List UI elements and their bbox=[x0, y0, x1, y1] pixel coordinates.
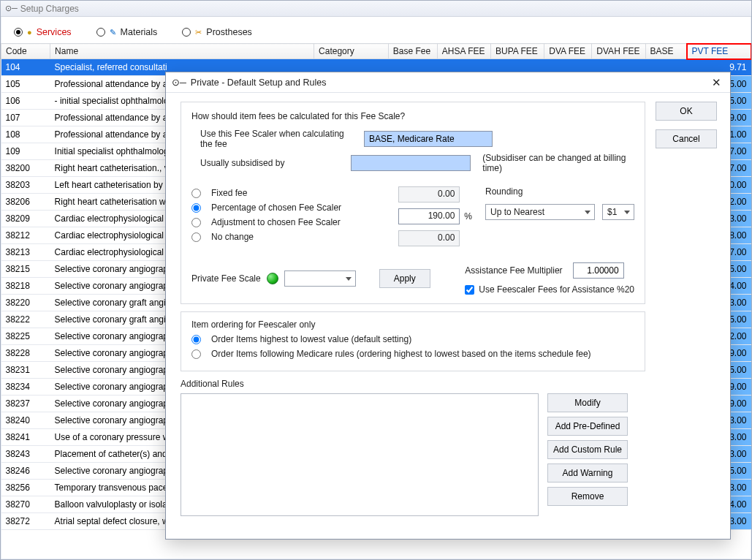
radio-percentage[interactable] bbox=[191, 203, 201, 213]
percentage-label: Percentage of chosen Fee Scaler bbox=[211, 203, 341, 213]
order-highest-label: Order Items highest to lowest value (def… bbox=[211, 334, 411, 344]
info-icon[interactable] bbox=[267, 273, 278, 284]
tab-services[interactable]: ● Services bbox=[14, 27, 72, 37]
radio-order-highest[interactable] bbox=[191, 335, 201, 344]
subsidised-note: (Subsidiser can be changed at billing ti… bbox=[482, 153, 634, 173]
rounding-mode-select[interactable]: Up to Nearest bbox=[485, 204, 595, 220]
tab-materials[interactable]: ✎ Materials bbox=[96, 27, 158, 37]
fee-calc-prompt: How should item fees be calculated for t… bbox=[191, 111, 634, 121]
use-feescaler-checkbox[interactable] bbox=[465, 285, 474, 295]
add-warning-button[interactable]: Add Warning bbox=[547, 463, 628, 483]
col-dva-fee[interactable]: DVA FEE bbox=[544, 44, 592, 59]
ordering-title: Item ordering for Feescaler only bbox=[191, 319, 634, 330]
close-icon[interactable]: ✕ bbox=[709, 76, 724, 89]
private-fee-scale-label: Private Fee Scale bbox=[191, 273, 261, 284]
rounding-step-select[interactable]: $1 bbox=[602, 204, 634, 220]
col-base[interactable]: BASE bbox=[645, 44, 687, 59]
dialog-titlebar[interactable]: ⊙─ Private - Default Setup and Rules ✕ bbox=[166, 72, 730, 93]
adjustment-value: 0.00 bbox=[398, 230, 460, 246]
percentage-value[interactable]: 190.00 bbox=[398, 208, 460, 224]
key-icon: ⊙─ bbox=[5, 4, 18, 13]
no-change-label: No change bbox=[211, 232, 254, 242]
type-tabs: ● Services ✎ Materials ✂ Prostheses bbox=[1, 17, 751, 43]
fee-calc-section: How should item fees be calculated for t… bbox=[181, 102, 645, 304]
use-feescaler-label: Use Feescaler Fees for Assistance %20 bbox=[479, 284, 634, 295]
fixed-fee-label: Fixed fee bbox=[211, 188, 247, 198]
key-icon: ⊙─ bbox=[172, 77, 186, 88]
prostheses-icon: ✂ bbox=[195, 28, 202, 37]
tab-services-label: Services bbox=[37, 27, 72, 37]
rounding-label: Rounding bbox=[485, 186, 634, 197]
radio-adjustment[interactable] bbox=[191, 218, 201, 227]
percent-symbol: % bbox=[464, 211, 472, 222]
setup-charges-window: ⊙─ Setup Charges ● Services ✎ Materials … bbox=[0, 0, 752, 560]
apply-button[interactable]: Apply bbox=[379, 269, 430, 288]
fee-scaler-label: Use this Fee Scaler when calculating the… bbox=[200, 129, 358, 149]
ok-button[interactable]: OK bbox=[656, 102, 717, 121]
additional-rules-label: Additional Rules bbox=[181, 379, 720, 389]
col-code[interactable]: Code bbox=[1, 44, 50, 59]
add-predefined-button[interactable]: Add Pre-Defined bbox=[547, 417, 628, 436]
remove-button[interactable]: Remove bbox=[547, 487, 628, 506]
window-titlebar: ⊙─ Setup Charges bbox=[1, 1, 751, 17]
window-title: Setup Charges bbox=[20, 4, 79, 14]
fixed-fee-value: 0.00 bbox=[398, 186, 460, 203]
assistance-multiplier-label: Assistance Fee Multiplier bbox=[465, 265, 562, 276]
col-bupa-fee[interactable]: BUPA FEE bbox=[491, 44, 544, 59]
modify-button[interactable]: Modify bbox=[547, 393, 628, 412]
dialog-title: Private - Default Setup and Rules bbox=[191, 77, 327, 88]
tab-materials-label: Materials bbox=[121, 27, 158, 37]
ordering-section: Item ordering for Feescaler only Order I… bbox=[181, 311, 645, 371]
radio-no-change[interactable] bbox=[191, 232, 201, 242]
additional-rules-list[interactable] bbox=[181, 393, 539, 516]
fee-scaler-input[interactable] bbox=[364, 131, 493, 147]
tab-prostheses[interactable]: ✂ Prostheses bbox=[182, 27, 252, 37]
private-rules-dialog: ⊙─ Private - Default Setup and Rules ✕ H… bbox=[165, 72, 731, 540]
subsidised-label: Usually subsidised by bbox=[200, 158, 345, 168]
radio-fixed-fee[interactable] bbox=[191, 189, 201, 198]
assistance-multiplier-input[interactable] bbox=[573, 262, 624, 279]
col-ahsa-fee[interactable]: AHSA FEE bbox=[437, 44, 490, 59]
col-pvt-fee[interactable]: PVT FEE bbox=[687, 44, 751, 59]
col-category[interactable]: Category bbox=[314, 44, 389, 59]
adjustment-label: Adjustment to chosen Fee Scaler bbox=[211, 217, 341, 227]
subsidised-input[interactable] bbox=[351, 155, 471, 171]
private-fee-scale-select[interactable] bbox=[284, 270, 356, 287]
add-custom-rule-button[interactable]: Add Custom Rule bbox=[547, 440, 628, 459]
tab-prostheses-label: Prostheses bbox=[206, 27, 252, 37]
col-name[interactable]: Name bbox=[50, 44, 314, 59]
services-icon: ● bbox=[27, 28, 32, 37]
cancel-button[interactable]: Cancel bbox=[656, 129, 717, 148]
col-base-fee[interactable]: Base Fee bbox=[388, 44, 437, 59]
materials-icon: ✎ bbox=[110, 28, 116, 37]
radio-order-medicare[interactable] bbox=[191, 349, 201, 359]
col-dvah-fee[interactable]: DVAH FEE bbox=[592, 44, 645, 59]
order-medicare-label: Order Items following Medicare rules (or… bbox=[211, 349, 591, 359]
